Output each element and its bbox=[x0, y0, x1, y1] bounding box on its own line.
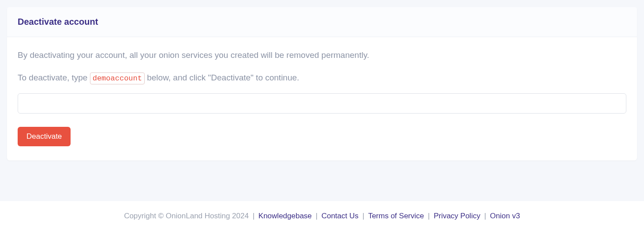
footer-copyright: Copyright © OnionLand Hosting 2024 bbox=[124, 212, 249, 220]
footer-separator: | bbox=[316, 212, 320, 220]
footer-separator: | bbox=[484, 212, 488, 220]
deactivate-description: By deactivating your account, all your o… bbox=[18, 49, 626, 61]
footer-link-onion[interactable]: Onion v3 bbox=[490, 212, 520, 220]
footer-link-terms[interactable]: Terms of Service bbox=[368, 212, 424, 220]
footer-separator: | bbox=[428, 212, 432, 220]
footer-link-knowledgebase[interactable]: Knowledgebase bbox=[258, 212, 312, 220]
deactivate-button[interactable]: Deactivate bbox=[18, 127, 71, 146]
card-body: By deactivating your account, all your o… bbox=[7, 37, 637, 160]
card-header: Deactivate account bbox=[7, 7, 637, 37]
confirm-input[interactable] bbox=[18, 93, 626, 114]
card-title: Deactivate account bbox=[18, 17, 626, 27]
footer: Copyright © OnionLand Hosting 2024 | Kno… bbox=[0, 201, 644, 232]
footer-separator: | bbox=[363, 212, 367, 220]
deactivate-card: Deactivate account By deactivating your … bbox=[7, 7, 637, 160]
instruction-suffix: below, and click "Deactivate" to continu… bbox=[145, 73, 299, 82]
instruction-prefix: To deactivate, type bbox=[18, 73, 90, 82]
footer-separator: | bbox=[253, 212, 257, 220]
footer-link-privacy[interactable]: Privacy Policy bbox=[434, 212, 480, 220]
account-code: demoaccount bbox=[90, 72, 145, 85]
deactivate-instruction: To deactivate, type demoaccount below, a… bbox=[18, 72, 626, 85]
footer-link-contact[interactable]: Contact Us bbox=[322, 212, 359, 220]
